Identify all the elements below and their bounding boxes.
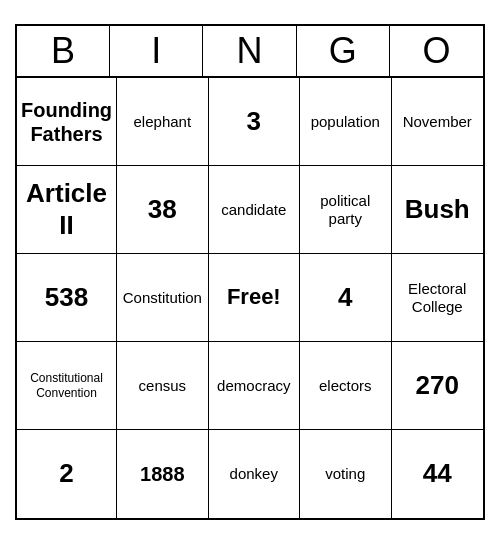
bingo-cell: Constitutional Convention: [17, 342, 117, 430]
bingo-cell: 4: [300, 254, 391, 342]
bingo-cell: Free!: [209, 254, 300, 342]
header-letter: I: [110, 26, 203, 76]
header-letter: O: [390, 26, 483, 76]
bingo-cell: Bush: [392, 166, 483, 254]
bingo-cell: 3: [209, 78, 300, 166]
bingo-cell: voting: [300, 430, 391, 518]
bingo-cell: population: [300, 78, 391, 166]
bingo-cell: Article II: [17, 166, 117, 254]
bingo-cell: 538: [17, 254, 117, 342]
header-letter: B: [17, 26, 110, 76]
bingo-cell: 1888: [117, 430, 208, 518]
bingo-cell: democracy: [209, 342, 300, 430]
header-letter: G: [297, 26, 390, 76]
bingo-card: BINGO Founding Fatherselephant3populatio…: [15, 24, 485, 520]
bingo-cell: Founding Fathers: [17, 78, 117, 166]
bingo-cell: 44: [392, 430, 483, 518]
bingo-grid: Founding Fatherselephant3populationNovem…: [17, 78, 483, 518]
bingo-cell: census: [117, 342, 208, 430]
bingo-cell: candidate: [209, 166, 300, 254]
bingo-cell: donkey: [209, 430, 300, 518]
bingo-cell: November: [392, 78, 483, 166]
bingo-cell: political party: [300, 166, 391, 254]
bingo-cell: 2: [17, 430, 117, 518]
bingo-cell: 270: [392, 342, 483, 430]
bingo-cell: electors: [300, 342, 391, 430]
bingo-cell: Electoral College: [392, 254, 483, 342]
bingo-cell: Constitution: [117, 254, 208, 342]
bingo-cell: 38: [117, 166, 208, 254]
bingo-cell: elephant: [117, 78, 208, 166]
bingo-header: BINGO: [17, 26, 483, 78]
header-letter: N: [203, 26, 296, 76]
